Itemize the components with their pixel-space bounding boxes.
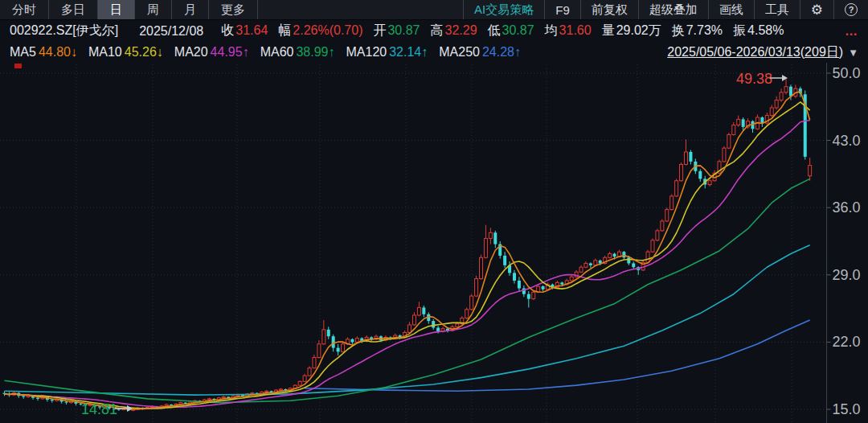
date-range-selector[interactable]: 2025/05/06-2026/03/13(209日) ▼ xyxy=(667,44,858,61)
date-range-label: 2025/05/06-2026/03/13(209日) xyxy=(667,44,843,61)
settings-button[interactable]: ⚙ xyxy=(800,0,833,19)
quote-field-2: 开30.87 xyxy=(373,23,420,39)
toolbar-item-1[interactable]: F9 xyxy=(544,0,580,19)
toolbar-item-4[interactable]: 画线 xyxy=(708,0,754,19)
y-tick-label: 50.0 xyxy=(833,65,861,81)
ma20-line xyxy=(5,121,810,408)
candles xyxy=(3,79,812,411)
quote-field-1: 幅2.26%(0.70) xyxy=(278,23,362,39)
y-tick-label: 43.0 xyxy=(833,133,861,149)
ma10-line xyxy=(5,102,810,409)
toolbar-right: AI交易策略F9前复权超级叠加画线工具⚙? xyxy=(463,0,868,19)
tab-period-3[interactable]: 周 xyxy=(135,0,172,19)
svg-text:14.81: 14.81 xyxy=(81,401,117,417)
quote-field-3: 高32.29 xyxy=(431,23,477,39)
tab-period-0[interactable]: 分时 xyxy=(0,0,49,19)
ma-item-ma250: MA25024.28↑ xyxy=(439,45,521,60)
ma60-line xyxy=(5,179,810,402)
kline-chart[interactable]: 50.043.036.029.022.015.049.3814.81 xyxy=(0,0,868,423)
event-marker xyxy=(14,64,22,68)
chart-period-tabs: 分时多日日周月更多 xyxy=(0,0,258,19)
y-tick-label: 29.0 xyxy=(833,267,861,283)
ma-item-ma60: MA6038.99↑ xyxy=(260,45,335,60)
tab-period-1[interactable]: 多日 xyxy=(49,0,98,19)
annotation-49.38: 49.38 xyxy=(736,71,788,87)
quote-field-6: 量29.02万 xyxy=(602,23,661,39)
toolbar-item-0[interactable]: AI交易策略 xyxy=(463,0,544,19)
ma120-line xyxy=(5,245,810,395)
gear-icon: ⚙ xyxy=(811,2,823,18)
ma5-line xyxy=(5,92,810,409)
quote-field-4: 低30.87 xyxy=(488,23,534,39)
help-icon: ? xyxy=(845,3,858,16)
ma-items: MA544.80↓MA1045.26↓MA2044.95↑MA6038.99↑M… xyxy=(10,45,532,60)
ma-item-ma20: MA2044.95↑ xyxy=(174,45,249,60)
stock-chart-app: 分时多日日周月更多 AI交易策略F9前复权超级叠加画线工具⚙? 002922.S… xyxy=(0,0,868,423)
top-toolbar: 分时多日日周月更多 AI交易策略F9前复权超级叠加画线工具⚙? xyxy=(0,0,868,20)
quote-field-7: 换7.73% xyxy=(672,23,723,39)
grid-lines xyxy=(0,64,827,423)
ma-item-ma5: MA544.80↓ xyxy=(10,45,77,60)
ma-indicator-bar: MA544.80↓MA1045.26↓MA2044.95↑MA6038.99↑M… xyxy=(0,42,868,63)
toolbar-item-2[interactable]: 前复权 xyxy=(580,0,638,19)
ma250-line xyxy=(305,320,810,391)
svg-text:49.38: 49.38 xyxy=(736,71,772,87)
chevron-down-icon: ▼ xyxy=(848,47,858,59)
more-fields-ellipsis[interactable]: … xyxy=(845,24,858,39)
stock-symbol: 002922.SZ[伊戈尔] xyxy=(10,23,118,39)
quote-info-bar: 002922.SZ[伊戈尔] 2025/12/08 收31.64幅2.26%(0… xyxy=(0,20,868,42)
quote-date: 2025/12/08 xyxy=(139,24,203,39)
quote-field-5: 均31.60 xyxy=(545,23,592,39)
tab-period-5[interactable]: 更多 xyxy=(209,0,258,19)
quote-fields: 收31.64幅2.26%(0.70)开30.87高32.29低30.87均31.… xyxy=(221,23,794,39)
y-tick-label: 22.0 xyxy=(833,334,861,350)
y-tick-label: 36.0 xyxy=(833,199,861,216)
ma-item-ma120: MA12032.14↑ xyxy=(346,45,428,60)
price-axis: 50.043.036.029.022.015.0 xyxy=(827,63,861,423)
tab-period-2[interactable]: 日 xyxy=(98,0,135,19)
quote-field-0: 收31.64 xyxy=(221,23,268,39)
quote-field-8: 振4.58% xyxy=(733,23,784,39)
toolbar-item-5[interactable]: 工具 xyxy=(754,0,800,19)
ma-item-ma10: MA1045.26↓ xyxy=(88,45,163,60)
tab-period-4[interactable]: 月 xyxy=(172,0,209,19)
help-button[interactable]: ? xyxy=(833,0,868,19)
y-tick-label: 15.0 xyxy=(833,401,861,417)
toolbar-item-3[interactable]: 超级叠加 xyxy=(638,0,708,19)
